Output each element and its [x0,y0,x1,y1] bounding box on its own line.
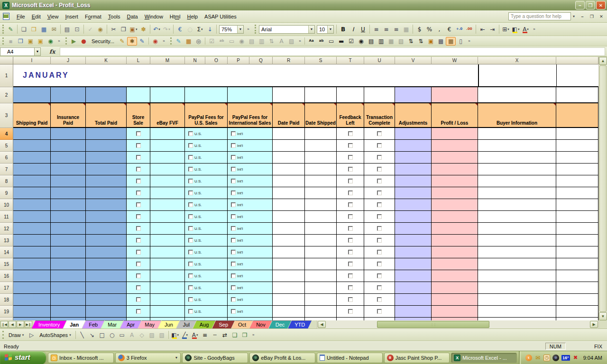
cell-S-9[interactable] [305,187,337,199]
cell-V-17[interactable] [395,282,432,294]
underline-button[interactable]: U [358,25,368,34]
header-cell-U[interactable]: Transaction Complete [364,103,395,128]
first-sheet-button[interactable]: ❙◀ [0,321,8,328]
cell-N-10[interactable]: U.S. [185,199,228,211]
cell-R-9[interactable] [273,187,305,199]
checkbox[interactable] [136,238,141,243]
sheet-tab-aug[interactable]: Aug [193,320,216,328]
cell-U-10[interactable] [364,199,395,211]
new-workbook-icon[interactable]: ❏ [19,25,29,34]
column-header-T[interactable]: T [337,57,364,64]
cell-K-19[interactable] [86,306,127,318]
checkbox[interactable] [231,143,236,148]
menu-asap-utilities[interactable]: ASAP Utilities [201,12,240,21]
cell-S-6[interactable] [305,152,337,164]
checkbox[interactable] [348,167,353,172]
checkbox[interactable] [188,202,193,207]
checkbox[interactable] [348,226,353,231]
italic-button[interactable]: I [348,25,358,34]
header-cell-beyond[interactable] [556,103,598,128]
menu-html[interactable]: Html [166,12,184,21]
cell-J-10[interactable] [51,199,86,211]
insert-clipart-icon[interactable]: ▨ [147,330,157,340]
cell-J-8[interactable] [51,175,86,187]
cell-V-12[interactable] [395,223,432,235]
align-right-button[interactable]: ≡ [391,25,401,34]
cell-K-11[interactable] [86,211,127,223]
draw-font-color-icon[interactable]: A▾ [190,330,200,340]
cell-X-9[interactable] [478,187,556,199]
cell-P-18[interactable]: Int'l [228,294,273,306]
restore-button[interactable]: ❐ [586,1,595,9]
line-style-icon[interactable]: ≡ [200,330,210,340]
checkbox[interactable] [136,273,141,278]
cell-I-10[interactable] [13,199,51,211]
cell-K-6[interactable] [86,152,127,164]
chart-edit-icon[interactable]: ✎ [6,25,16,34]
forms-groupbox-icon[interactable]: ▭ [326,37,336,46]
cell-R-7[interactable] [273,164,305,175]
row-header-7[interactable]: 7 [0,164,13,175]
cell-R-15[interactable] [273,258,305,270]
cell-V-14[interactable] [395,246,432,258]
row-header-12[interactable]: 12 [0,223,13,235]
checkbox[interactable] [188,262,193,266]
task-button-inbox-microsoft-[interactable]: ◷Inbox - Microsoft ... [48,353,114,363]
row-header-15[interactable]: 15 [0,258,13,270]
band-cell-U[interactable] [364,87,395,103]
save-icon[interactable]: ▦ [39,25,49,34]
sheet-tab-dec[interactable]: Dec [269,320,292,328]
checkbox[interactable] [136,179,141,183]
band-cell-J[interactable] [51,87,86,103]
cell-S-16[interactable] [305,270,337,282]
checkbox[interactable] [348,309,353,314]
header-cell-W[interactable]: Profit / Loss [432,103,478,128]
cell-J-11[interactable] [51,211,86,223]
forms-button-icon[interactable]: ▬ [336,37,346,46]
cell-U-7[interactable] [364,164,395,175]
column-header-W[interactable]: W [432,57,478,64]
cell-S-15[interactable] [305,258,337,270]
cell-M-17[interactable] [150,282,185,294]
cell-L-11[interactable] [127,211,150,223]
cell-X-13[interactable] [478,235,556,246]
cell-I-6[interactable] [13,152,51,164]
label-control-icon[interactable]: A [276,37,286,46]
cell-X-18[interactable] [478,294,556,306]
checkbox[interactable] [348,285,353,290]
last-sheet-button[interactable]: ▶❙ [25,321,32,328]
checkbox[interactable] [377,226,382,231]
cell-beyond-6[interactable] [556,152,598,164]
protect-workbook-icon[interactable]: ▣ [36,37,46,46]
cut-icon[interactable]: ✂ [109,25,119,34]
sheet-tab-jul[interactable]: Jul [176,320,196,328]
cell-X-7[interactable] [478,164,556,175]
checkbox[interactable] [136,202,141,207]
merge-center-button[interactable]: ▦ [401,25,411,34]
commandbutton-control-icon[interactable]: ▭ [227,37,237,46]
menu-insert[interactable]: Insert [62,12,82,21]
cell-L-13[interactable] [127,235,150,246]
cell-K-7[interactable] [86,164,127,175]
cell-U-14[interactable] [364,246,395,258]
cell-K-5[interactable] [86,140,127,152]
cell-S-7[interactable] [305,164,337,175]
checkbox[interactable] [136,191,141,195]
row-header-14[interactable]: 14 [0,246,13,258]
cell-S-4[interactable] [305,128,337,140]
cell-L-9[interactable] [127,187,150,199]
cell-N-6[interactable]: U.S. [185,152,228,164]
cell-M-11[interactable] [150,211,185,223]
start-button[interactable]: start [0,351,46,364]
checkbox[interactable] [136,131,141,136]
cell-X-5[interactable] [478,140,556,152]
checkbox[interactable] [231,309,236,314]
column-header-M[interactable]: M [150,57,185,64]
cell-W-6[interactable] [432,152,478,164]
cell-N-11[interactable]: U.S. [185,211,228,223]
cell-V-16[interactable] [395,270,432,282]
forms-spinner-icon[interactable]: ⇅ [416,37,426,46]
cell-beyond-16[interactable] [556,270,598,282]
checkbox[interactable] [188,143,193,148]
column-header-V[interactable]: V [395,57,432,64]
